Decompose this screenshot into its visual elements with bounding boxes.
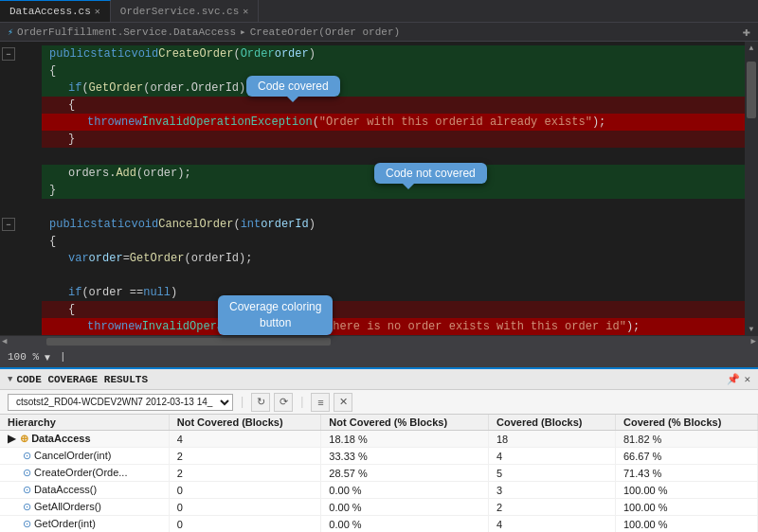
table-row[interactable]: ⊙ CreateOrder(Orde...228.57 %571.43 % [0, 465, 758, 482]
col-not-covered-pct: Not Covered (% Blocks) [321, 415, 489, 431]
code-line-17: throw new InvalidOperationException("The… [42, 318, 745, 335]
gutter-row-7 [0, 148, 42, 165]
panel-collapse-icon[interactable]: ▼ [8, 375, 12, 384]
code-line-9: } [42, 182, 745, 199]
cell-covered-blocks-1: 4 [489, 448, 616, 465]
h-scroll-left[interactable]: ◀ [0, 336, 9, 346]
collapse-btn-1[interactable]: − [2, 47, 15, 61]
h-scroll-right[interactable]: ▶ [749, 336, 758, 346]
row-name: CancelOrder(int) [34, 450, 111, 461]
cell-not-covered-blocks-3: 0 [169, 482, 321, 499]
editor-scrollbar[interactable]: ▲ ▼ [745, 42, 758, 335]
tab-orderservice-label: OrderService.svc.cs [120, 6, 239, 17]
cell-covered-pct-3: 100.00 % [615, 482, 757, 499]
panel-pin-icon[interactable]: 📌 [727, 373, 740, 385]
table-row[interactable]: ⊙ GetOrder(int)00.00 %4100.00 % [0, 516, 758, 533]
code-line-3: if (GetOrder(order.OrderId) != null) [42, 80, 745, 97]
code-line-1: public static void CreateOrder(Order ord… [42, 45, 745, 62]
tab-dataaccess-close[interactable]: ✕ [95, 6, 100, 17]
row-name: DataAccess() [34, 484, 97, 495]
tab-dataaccess[interactable]: DataAccess.cs ✕ [0, 0, 111, 22]
code-line-7 [42, 148, 745, 165]
collapse-btn-11[interactable]: − [2, 218, 15, 231]
editor-footer: ◀ ▶ 100 % ▼ | [0, 335, 758, 367]
toolbar-reload-btn[interactable]: ⟳ [274, 393, 293, 412]
status-bar: 100 % ▼ | [0, 346, 758, 367]
cell-not-covered-pct-1: 33.33 % [321, 448, 489, 465]
cell-covered-pct-2: 71.43 % [615, 465, 757, 482]
cell-covered-blocks-0: 18 [489, 431, 616, 448]
editor-add-btn[interactable]: ✚ [743, 24, 750, 40]
gutter-row-4 [0, 97, 42, 114]
col-hierarchy: Hierarchy [0, 415, 169, 431]
cell-not-covered-blocks-4: 0 [169, 499, 321, 516]
tab-orderservice[interactable]: OrderService.svc.cs ✕ [111, 0, 259, 22]
cell-not-covered-pct-5: 0.00 % [321, 516, 489, 533]
scroll-up-arrow[interactable]: ▲ [749, 44, 754, 52]
cell-covered-blocks-2: 5 [489, 465, 616, 482]
method-icon: ⊙ [23, 484, 34, 495]
gutter-row-11: − [0, 216, 42, 233]
table-row[interactable]: ▶ ⊕ DataAccess418.18 %1881.82 % [0, 431, 758, 448]
scrollbar-thumb[interactable] [747, 62, 756, 118]
h-scrollbar[interactable]: ◀ ▶ [0, 335, 758, 346]
code-line-2: { [42, 62, 745, 80]
gutter-row-13 [0, 250, 42, 267]
cell-covered-pct-5: 100.00 % [615, 516, 757, 533]
breadcrumb-separator: ▸ [240, 26, 246, 38]
method-icon: ⊙ [23, 501, 34, 512]
gutter-row-5 [0, 114, 42, 131]
tree-arrow[interactable]: ▶ [8, 433, 18, 444]
toolbar-separator-1: | [239, 396, 245, 409]
cell-hierarchy-2: ⊙ CreateOrder(Orde... [0, 465, 169, 482]
cell-hierarchy-1: ⊙ CancelOrder(int) [0, 448, 169, 465]
scroll-down-arrow[interactable]: ▼ [749, 325, 754, 333]
cell-not-covered-pct-3: 0.00 % [321, 482, 489, 499]
gutter-row-1: − [0, 45, 42, 62]
panel-close-icon[interactable]: ✕ [744, 373, 750, 385]
toolbar-refresh-btn[interactable]: ↻ [251, 393, 270, 412]
cell-hierarchy-4: ⊙ GetAllOrders() [0, 499, 169, 516]
tab-orderservice-close[interactable]: ✕ [243, 6, 248, 17]
toolbar-filter-btn[interactable]: ≡ [311, 393, 330, 412]
cell-not-covered-blocks-0: 4 [169, 431, 321, 448]
gutter-row-12 [0, 233, 42, 250]
code-line-10 [42, 199, 745, 216]
cell-covered-pct-1: 66.67 % [615, 448, 757, 465]
cell-covered-blocks-4: 2 [489, 499, 616, 516]
row-name: GetOrder(int) [34, 518, 96, 529]
gutter-row-14 [0, 267, 42, 284]
code-line-6: } [42, 131, 745, 148]
code-line-5: throw new InvalidOperationException("Ord… [42, 114, 745, 131]
gutter-row-9 [0, 182, 42, 199]
cell-covered-blocks-5: 4 [489, 516, 616, 533]
cell-hierarchy-0: ▶ ⊕ DataAccess [0, 431, 169, 448]
toolbar-clear-btn[interactable]: ✕ [334, 393, 352, 412]
zoom-level: 100 % [8, 351, 39, 363]
run-selector[interactable]: ctsotst2_RD04-WCDEV2WN7 2012-03-13 14_ [8, 394, 233, 411]
gutter-row-6 [0, 131, 42, 148]
h-scrollbar-thumb[interactable] [46, 338, 331, 346]
coverage-table-container[interactable]: Hierarchy Not Covered (Blocks) Not Cover… [0, 415, 758, 532]
cell-not-covered-pct-2: 28.57 % [321, 465, 489, 482]
col-covered-blocks: Covered (Blocks) [489, 415, 616, 431]
zoom-separator: | [60, 351, 66, 363]
zoom-decrease-btn[interactable]: ▼ [43, 352, 52, 363]
coverage-table-body: ▶ ⊕ DataAccess418.18 %1881.82 %⊙ CancelO… [0, 431, 758, 533]
table-row[interactable]: ⊙ GetAllOrders()00.00 %2100.00 % [0, 499, 758, 516]
cell-covered-blocks-3: 3 [489, 482, 616, 499]
gutter-row-8 [0, 165, 42, 182]
table-row[interactable]: ⊙ DataAccess()00.00 %3100.00 % [0, 482, 758, 499]
code-line-14 [42, 267, 745, 284]
code-line-11: public static void CancelOrder(int order… [42, 216, 745, 233]
table-row[interactable]: ⊙ CancelOrder(int)233.33 %466.67 % [0, 448, 758, 465]
namespace-icon: ⚡ [8, 27, 13, 38]
panel-header: ▼ CODE COVERAGE RESULTS 📌 ✕ [0, 369, 758, 390]
panel-toolbar: ctsotst2_RD04-WCDEV2WN7 2012-03-13 14_ |… [0, 390, 758, 415]
code-line-12: { [42, 233, 745, 250]
code-line-15: if (order == null) [42, 284, 745, 301]
gutter-row-15 [0, 284, 42, 301]
cell-not-covered-pct-4: 0.00 % [321, 499, 489, 516]
coverage-panel: ▼ CODE COVERAGE RESULTS 📌 ✕ ctsotst2_RD0… [0, 367, 758, 532]
editor-container: − [0, 42, 758, 335]
